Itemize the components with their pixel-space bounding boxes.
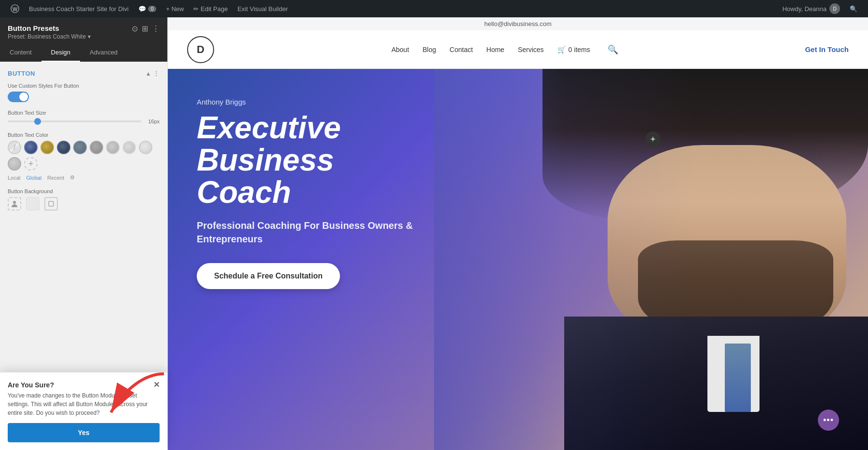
confirm-yes-button[interactable]: Yes (8, 423, 160, 442)
left-panel: Button Presets Preset: Business Coach Wh… (0, 17, 168, 450)
columns-icon[interactable]: ⊞ (142, 24, 148, 33)
panel-tabs: Content Design Advanced (0, 44, 167, 62)
color-swatch-medium[interactable] (73, 141, 87, 154)
wp-admin-bar: W Business Coach Starter Site for Divi 💬… (0, 0, 868, 17)
color-swatch-light-gray[interactable] (90, 141, 103, 154)
get-in-touch-link[interactable]: Get In Touch (805, 45, 849, 53)
hero-description: Professional Coaching For Business Owner… (197, 219, 428, 246)
button-background-field: Button Background (8, 188, 160, 211)
panel-subtitle[interactable]: Preset: Business Coach White ▾ (8, 33, 91, 40)
panel-header: Button Presets Preset: Business Coach Wh… (0, 17, 167, 44)
section-collapse-icon[interactable]: ▴ (147, 69, 150, 77)
confirm-message: You've made changes to the Button Module… (8, 391, 160, 417)
button-section-header: Button ▴ ⋮ (8, 69, 160, 77)
new-item[interactable]: + New (161, 0, 189, 17)
comments-item[interactable]: 💬 0 (134, 0, 162, 17)
text-size-label: Button Text Size (8, 110, 160, 116)
hero-title: Executive Business Coach (197, 112, 428, 209)
bg-swatch-person[interactable] (8, 197, 21, 211)
exit-builder-label: Exit Visual Builder (237, 5, 288, 13)
confirm-dialog: Are You Sure? ✕ You've made changes to t… (0, 372, 167, 450)
color-swatch-dark-blue[interactable] (24, 141, 38, 154)
color-swatch-transparent[interactable] (8, 141, 21, 154)
exit-builder-item[interactable]: Exit Visual Builder (232, 0, 293, 17)
bg-swatch-light[interactable] (26, 197, 40, 211)
cart-area[interactable]: 🛒 0 items (557, 46, 590, 53)
svg-rect-3 (49, 201, 54, 206)
hero-subtitle: Anthony Briggs (197, 98, 428, 106)
edit-page-item[interactable]: ✏ Edit Page (189, 0, 232, 17)
avatar: D (829, 3, 840, 14)
save-settings-icon[interactable]: ⚙ (70, 174, 75, 181)
save-row: Local Global Recent ⚙ (8, 174, 160, 181)
preview-area: hello@divibusiness.com D About Blog Cont… (168, 17, 868, 450)
svg-point-2 (13, 201, 16, 204)
button-bg-label: Button Background (8, 188, 160, 194)
section-controls: ▴ ⋮ (147, 69, 160, 77)
text-size-slider-thumb[interactable] (34, 118, 41, 125)
hero-cta-button[interactable]: Schedule a Free Consultation (197, 263, 340, 289)
color-swatch-dark[interactable] (57, 141, 70, 154)
confirm-title-row: Are You Sure? ✕ (8, 380, 160, 389)
color-swatch-gray-outline[interactable] (8, 157, 21, 171)
text-color-swatches: + (8, 141, 160, 171)
section-options-button[interactable]: ••• (818, 410, 839, 431)
add-module-button[interactable]: + (645, 132, 661, 147)
site-nav: About Blog Contact Home Services 🛒 0 ite… (392, 44, 618, 55)
howdy-label: Howdy, Deanna (782, 5, 827, 13)
text-size-slider-row: 16px (8, 119, 160, 124)
color-swatch-gold[interactable] (41, 141, 54, 154)
color-swatch-very-light[interactable] (122, 141, 136, 154)
text-size-slider-track[interactable] (8, 120, 141, 122)
tab-content[interactable]: Content (0, 44, 41, 62)
color-swatch-near-white[interactable] (139, 141, 152, 154)
howdy-item: Howdy, Deanna D (777, 0, 845, 17)
wp-logo-item[interactable]: W (6, 0, 24, 17)
button-section-title: Button (8, 70, 35, 77)
bg-swatch-outline[interactable] (44, 197, 58, 211)
hero-content: Anthony Briggs Executive Business Coach … (168, 69, 457, 308)
toggle-knob (19, 93, 28, 101)
color-swatch-add[interactable]: + (24, 157, 38, 171)
section-more-icon[interactable]: ⋮ (153, 69, 160, 77)
svg-text:W: W (13, 6, 18, 12)
site-logo: D (187, 36, 214, 63)
tab-design[interactable]: Design (41, 44, 80, 62)
settings-icon[interactable]: ⊙ (132, 24, 138, 33)
confirm-close-button[interactable]: ✕ (153, 380, 160, 389)
tab-advanced[interactable]: Advanced (80, 44, 127, 62)
nav-blog[interactable]: Blog (422, 46, 436, 53)
more-icon[interactable]: ⋮ (152, 24, 160, 33)
site-logo-letter: D (197, 43, 204, 56)
custom-styles-toggle-container (8, 92, 160, 102)
hero-section: Anthony Briggs Executive Business Coach … (168, 69, 868, 450)
confirm-title-text: Are You Sure? (8, 381, 54, 389)
custom-styles-toggle[interactable] (8, 92, 29, 102)
preset-label: Preset: Business Coach White (8, 33, 86, 40)
hero-person-bg (434, 69, 868, 450)
nav-contact[interactable]: Contact (449, 46, 473, 53)
site-email-text[interactable]: hello@divibusiness.com (484, 20, 552, 27)
admin-search-icon[interactable]: 🔍 (845, 0, 862, 17)
new-label: + New (166, 5, 184, 13)
text-size-field: Button Text Size 16px (8, 110, 160, 124)
nav-services[interactable]: Services (518, 46, 544, 53)
cart-items-count: 0 items (569, 46, 590, 53)
panel-header-icons: ⊙ ⊞ ⋮ (132, 24, 160, 33)
custom-styles-label: Use Custom Styles For Button (8, 83, 160, 89)
save-global-link[interactable]: Global (26, 175, 41, 181)
site-name-label: Business Coach Starter Site for Divi (29, 5, 129, 13)
text-color-field: Button Text Color + Local (8, 132, 160, 181)
button-bg-row (8, 197, 160, 211)
save-local-label: Local (8, 175, 20, 181)
custom-styles-field: Use Custom Styles For Button (8, 83, 160, 102)
text-size-value: 16px (145, 119, 160, 124)
text-color-label: Button Text Color (8, 132, 160, 138)
color-swatch-lighter-gray[interactable] (106, 141, 120, 154)
comments-badge: 0 (148, 6, 157, 12)
nav-home[interactable]: Home (487, 46, 504, 53)
chevron-down-icon: ▾ (88, 33, 91, 40)
nav-about[interactable]: About (392, 46, 409, 53)
site-search-icon[interactable]: 🔍 (608, 44, 618, 55)
site-name-item[interactable]: Business Coach Starter Site for Divi (24, 0, 134, 17)
